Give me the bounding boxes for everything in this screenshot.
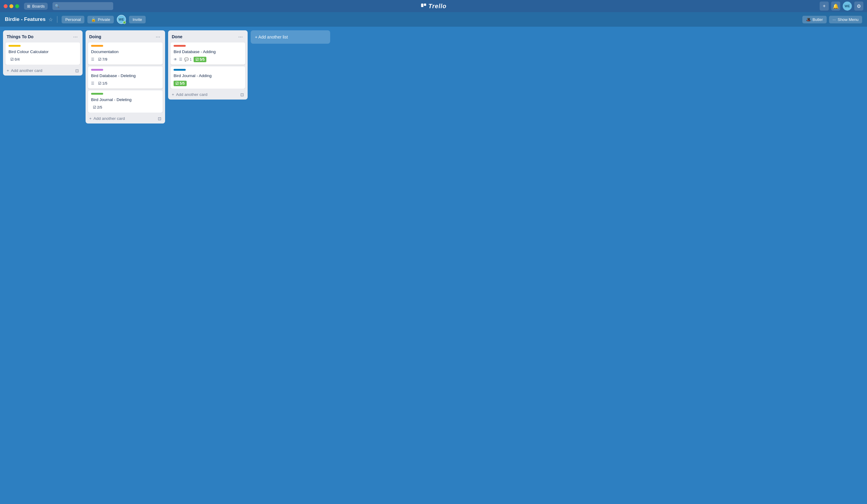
card-label-yellow [9, 45, 21, 47]
list-doing-menu-button[interactable]: ··· [154, 33, 161, 40]
search-icon: 🔍 [55, 4, 60, 8]
invite-button[interactable]: Invite [129, 16, 146, 23]
list-done-cards: Bird Database - Adding 👁 ☰ 💬 1 ☑ 5/5 [168, 42, 248, 89]
list-doing-header: Doing ··· [86, 30, 165, 42]
add-card-done-button[interactable]: + Add another card ⊡ [168, 90, 248, 99]
list-done: Done ··· Bird Database - Adding 👁 ☰ 💬 1 [168, 30, 248, 99]
checklist-icon: ☑ [10, 57, 14, 62]
minimize-button[interactable] [9, 4, 13, 8]
card-badges: ☰ ☑ 1/5 [91, 81, 160, 86]
show-menu-button[interactable]: ··· Show Menu [829, 16, 863, 23]
list-doing-title: Doing [89, 34, 101, 39]
card-badges: ☰ ☑ 7/9 [91, 57, 160, 62]
board-header: Birdie - Features ☆ Personal 🔒 Private W… [0, 12, 867, 27]
checklist-icon: ☑ [175, 81, 179, 86]
checklist-complete-badge: ☑ 5/5 [174, 81, 186, 86]
comment-badge: 💬 1 [184, 57, 192, 62]
add-button[interactable]: + [820, 1, 829, 11]
boards-button[interactable]: ⊞ Boards [24, 3, 47, 10]
close-button[interactable] [4, 4, 8, 8]
boards-label: Boards [32, 4, 45, 9]
personal-button[interactable]: Personal [62, 16, 84, 23]
checklist-badge: ☑ 1/5 [96, 81, 109, 86]
card-label-green [91, 93, 103, 95]
list-todo: Things To Do ··· Bird Colour Calculator … [3, 30, 83, 76]
bell-icon: 🔔 [833, 3, 839, 9]
card-badges: ☑ 5/5 [174, 81, 242, 86]
card-label-orange [91, 45, 103, 47]
privacy-label: Private [98, 17, 110, 22]
card-bird-colour-calculator[interactable]: Bird Colour Calculator ☑ 0/4 [6, 42, 80, 65]
privacy-button[interactable]: 🔒 Private [87, 16, 114, 23]
card-documentation[interactable]: Documentation ☰ ☑ 7/9 [88, 42, 163, 65]
card-title: Bird Journal - Adding [174, 73, 242, 79]
search-bar[interactable]: 🔍 [53, 2, 113, 10]
user-avatar[interactable]: WE [843, 1, 852, 11]
add-card-label: Add another card [176, 92, 207, 97]
card-title: Bird Database - Deleting [91, 73, 160, 79]
card-bird-database-deleting[interactable]: Bird Database - Deleting ☰ ☑ 1/5 [88, 66, 163, 89]
header-divider [57, 16, 57, 23]
plus-icon: + [89, 116, 92, 121]
dots-icon: ··· [833, 17, 836, 22]
list-done-title: Done [172, 34, 182, 39]
list-done-menu-button[interactable]: ··· [237, 33, 244, 40]
description-badge: ☰ [179, 57, 182, 62]
card-label-blue [174, 69, 186, 71]
list-doing: Doing ··· Documentation ☰ ☑ 7/9 [86, 30, 165, 124]
butler-button[interactable]: 🎩 Butler [802, 16, 827, 23]
board-header-right: 🎩 Butler ··· Show Menu [802, 16, 862, 23]
description-icon: ☰ [91, 81, 94, 86]
card-title: Bird Database - Adding [174, 49, 242, 55]
svg-rect-0 [421, 4, 423, 7]
avatar-online-badge [123, 21, 126, 24]
lock-icon: 🔒 [91, 17, 96, 22]
trello-logo-text: Trello [428, 3, 446, 10]
list-doing-cards: Documentation ☰ ☑ 7/9 Bird Database - De… [86, 42, 165, 112]
description-badge: ☰ [91, 81, 94, 86]
description-icon: ☰ [91, 57, 94, 62]
visibility-label: Personal [65, 17, 81, 22]
add-list-label: + Add another list [255, 35, 288, 40]
card-bird-journal-deleting[interactable]: Bird Journal - Deleting ☑ 2/5 [88, 90, 163, 112]
checklist-badge: ☑ 0/4 [9, 57, 22, 62]
card-label-red [174, 45, 186, 47]
checklist-icon: ☑ [98, 81, 101, 86]
add-another-list-button[interactable]: + Add another list [251, 30, 330, 44]
description-badge: ☰ [91, 57, 94, 62]
settings-button[interactable]: ⚙ [854, 1, 863, 11]
maximize-button[interactable] [15, 4, 19, 8]
template-card-icon[interactable]: ⊡ [240, 92, 244, 97]
card-bird-database-adding[interactable]: Bird Database - Adding 👁 ☰ 💬 1 ☑ 5/5 [171, 42, 245, 65]
checklist-icon: ☑ [93, 105, 96, 109]
card-bird-journal-adding[interactable]: Bird Journal - Adding ☑ 5/5 [171, 66, 245, 89]
add-card-doing-button[interactable]: + Add another card ⊡ [86, 114, 165, 124]
checklist-badge: ☑ 7/9 [96, 57, 109, 62]
template-card-icon[interactable]: ⊡ [158, 116, 161, 121]
card-title: Bird Journal - Deleting [91, 97, 160, 103]
plus-icon: + [172, 92, 174, 97]
titlebar: ⊞ Boards 🔍 Trello + 🔔 WE ⚙ [0, 0, 867, 12]
add-card-label: Add another card [11, 68, 42, 73]
add-card-todo-button[interactable]: + Add another card ⊡ [3, 66, 83, 76]
butler-icon: 🎩 [806, 17, 811, 22]
list-todo-title: Things To Do [7, 34, 33, 39]
list-todo-cards: Bird Colour Calculator ☑ 0/4 [3, 42, 83, 65]
card-title: Bird Colour Calculator [9, 49, 77, 55]
card-badges: ☑ 2/5 [91, 105, 160, 110]
card-title: Documentation [91, 49, 160, 55]
board-content: Things To Do ··· Bird Colour Calculator … [0, 27, 867, 504]
board-title: Birdie - Features [5, 17, 45, 22]
card-badges: 👁 ☰ 💬 1 ☑ 5/5 [174, 57, 242, 62]
titlebar-actions: + 🔔 WE ⚙ [820, 1, 863, 11]
checklist-badge: ☑ 2/5 [91, 105, 104, 110]
star-icon[interactable]: ☆ [49, 17, 53, 22]
template-card-icon[interactable]: ⊡ [75, 68, 79, 73]
trello-logo-icon [420, 3, 426, 9]
checklist-icon: ☑ [195, 57, 199, 62]
list-todo-menu-button[interactable]: ··· [72, 33, 79, 40]
notification-button[interactable]: 🔔 [831, 1, 840, 11]
invite-label: Invite [132, 17, 142, 22]
add-card-label: Add another card [94, 116, 125, 121]
board-avatar[interactable]: WE [117, 15, 126, 24]
